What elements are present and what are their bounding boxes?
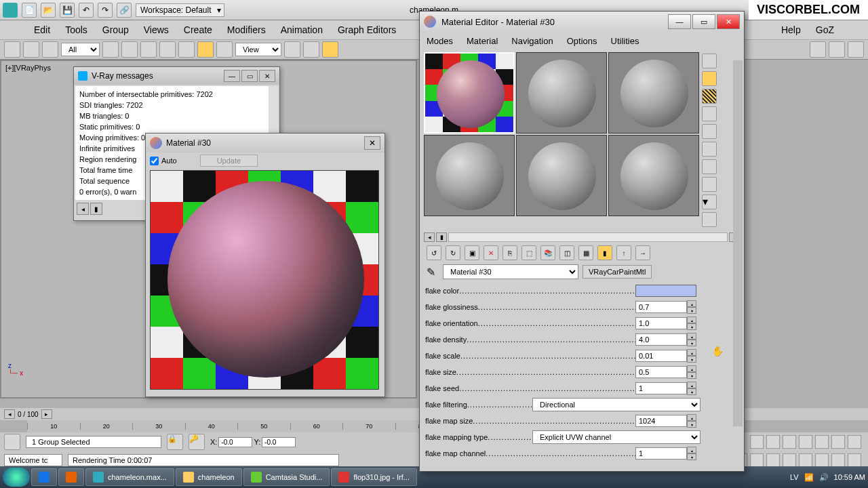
snap-icon[interactable] xyxy=(322,41,338,58)
spinner[interactable]: ▴▾ xyxy=(687,317,696,330)
maximize-icon[interactable]: ▭ xyxy=(692,14,715,29)
flake-size-input[interactable] xyxy=(635,366,687,378)
me-menu-navigation[interactable]: Navigation xyxy=(511,36,553,46)
select-icon[interactable] xyxy=(102,41,119,58)
show-map-icon[interactable]: ▦ xyxy=(578,245,593,260)
get-material-icon[interactable]: ↺ xyxy=(427,245,441,260)
spinner[interactable]: ▴▾ xyxy=(687,349,696,363)
menu-animation[interactable]: Animation xyxy=(281,24,323,35)
redo-icon[interactable]: ↷ xyxy=(98,3,113,18)
lock-icon[interactable]: 🔒 xyxy=(167,434,183,450)
scroll-left-icon[interactable]: ◂ xyxy=(424,232,435,242)
render-setup-icon[interactable] xyxy=(810,41,826,58)
menu-grapheditors[interactable]: Graph Editors xyxy=(338,24,396,35)
menu-modifiers[interactable]: Modifiers xyxy=(227,24,266,35)
task-ff[interactable] xyxy=(58,468,84,486)
vp-orbit-icon[interactable] xyxy=(766,453,780,467)
play-icon[interactable] xyxy=(750,435,764,449)
bind-icon[interactable] xyxy=(42,41,58,58)
flake-mapping-type-dropdown[interactable]: Explicit UVW channel xyxy=(532,430,701,444)
end-icon[interactable] xyxy=(783,435,796,449)
system-tray[interactable]: LV 📶 🔊 10:59 AM xyxy=(790,473,865,482)
spinner[interactable]: ▴▾ xyxy=(687,382,696,395)
nav-icon[interactable] xyxy=(831,435,845,449)
scale-icon[interactable] xyxy=(216,41,233,58)
pivot-icon[interactable] xyxy=(284,41,300,58)
save-icon[interactable]: 💾 xyxy=(60,3,75,18)
flake-color-swatch[interactable] xyxy=(635,285,696,297)
me-titlebar[interactable]: Material Editor - Material #30 — ▭ ✕ xyxy=(420,12,744,32)
sample-slot-4[interactable] xyxy=(424,135,515,216)
video-check-icon[interactable] xyxy=(702,124,717,139)
vp-pan2-icon[interactable] xyxy=(815,453,829,467)
time-ruler[interactable]: 10 20 30 40 50 60 70 80 xyxy=(27,420,448,432)
spinner[interactable]: ▴▾ xyxy=(687,414,696,428)
options-icon[interactable] xyxy=(702,159,717,174)
move-icon[interactable] xyxy=(178,41,195,58)
vertical-scrollbar[interactable] xyxy=(733,60,743,426)
me-menu-material[interactable]: Material xyxy=(467,36,498,46)
matprev-titlebar[interactable]: Material #30 ✕ xyxy=(146,134,384,152)
select-name-icon[interactable] xyxy=(121,41,138,58)
assign-icon[interactable]: ▣ xyxy=(465,245,479,260)
flake-glossiness-input[interactable] xyxy=(635,301,687,313)
sample-slot-6[interactable] xyxy=(608,135,699,216)
y-input[interactable] xyxy=(262,437,296,447)
task-ps[interactable] xyxy=(31,468,57,486)
spinner[interactable]: ▴▾ xyxy=(687,365,696,379)
scroll-left-icon[interactable]: ◂ xyxy=(77,203,89,215)
link-icon[interactable]: 🔗 xyxy=(117,3,132,18)
filter-dropdown[interactable]: All xyxy=(61,43,100,56)
network-icon[interactable]: 📶 xyxy=(804,473,814,482)
flake-orientation-input[interactable] xyxy=(635,317,687,329)
x-input[interactable] xyxy=(218,437,252,447)
me-menu-utilities[interactable]: Utilities xyxy=(611,36,639,46)
go-sibling-icon[interactable]: → xyxy=(635,245,650,260)
clock[interactable]: 10:59 AM xyxy=(834,473,865,481)
select-by-mat-icon[interactable] xyxy=(702,177,717,192)
spinner[interactable]: ▴▾ xyxy=(687,447,696,460)
vp-fov-icon[interactable] xyxy=(831,453,845,467)
task-camtasia[interactable]: Camtasia Studi... xyxy=(243,468,330,486)
vp-max-icon[interactable] xyxy=(783,453,796,467)
eyedropper-icon[interactable]: ✎ xyxy=(427,266,439,278)
vray-titlebar[interactable]: V-Ray messages — ▭ ✕ xyxy=(74,67,279,85)
update-button[interactable]: Update xyxy=(200,155,258,167)
rotate-icon[interactable] xyxy=(197,41,214,58)
workspace-dropdown[interactable]: Workspace: Default xyxy=(136,3,224,17)
maxscript-icon[interactable] xyxy=(4,434,20,450)
menu-help[interactable]: Help xyxy=(781,24,801,35)
make-copy-icon[interactable]: ⎘ xyxy=(502,245,517,260)
flake-map-channel-input[interactable] xyxy=(635,447,687,460)
slot-count-icon[interactable]: ▾ xyxy=(702,195,717,209)
go-parent-icon[interactable]: ↑ xyxy=(616,245,631,260)
put-to-lib-icon[interactable]: 📚 xyxy=(540,245,555,260)
window-crossing-icon[interactable] xyxy=(159,41,176,58)
time-config-icon[interactable] xyxy=(815,435,829,449)
close-icon[interactable]: ✕ xyxy=(364,136,380,150)
material-name-dropdown[interactable]: Material #30 xyxy=(443,264,578,279)
material-type-button[interactable]: VRayCarPaintMtl xyxy=(583,265,652,279)
scroll-track[interactable] xyxy=(448,232,728,242)
me-menu-options[interactable]: Options xyxy=(567,36,597,46)
key-icon[interactable]: 🔑 xyxy=(189,434,205,450)
sample-uv-icon[interactable] xyxy=(702,106,717,121)
lang-indicator[interactable]: LV xyxy=(790,473,799,481)
undo-icon[interactable]: ↶ xyxy=(79,3,94,18)
reset-icon[interactable]: ✕ xyxy=(484,245,498,260)
backlight-icon[interactable] xyxy=(702,71,717,86)
make-unique-icon[interactable]: ⬚ xyxy=(521,245,536,260)
flake-density-input[interactable] xyxy=(635,333,687,346)
menu-create[interactable]: Create xyxy=(184,24,212,35)
menu-group[interactable]: Group xyxy=(102,24,129,35)
menu-goz[interactable]: GoZ xyxy=(816,24,834,35)
step-icon[interactable] xyxy=(766,435,780,449)
select-region-icon[interactable] xyxy=(140,41,157,58)
select-link-icon[interactable] xyxy=(4,41,20,58)
flake-scale-input[interactable] xyxy=(635,350,687,362)
spinner[interactable]: ▴▾ xyxy=(687,333,696,346)
open-icon[interactable]: 📂 xyxy=(41,3,56,18)
start-button[interactable] xyxy=(3,468,30,487)
spinner[interactable]: ▴▾ xyxy=(687,300,696,314)
task-folder[interactable]: chameleon xyxy=(176,468,242,486)
